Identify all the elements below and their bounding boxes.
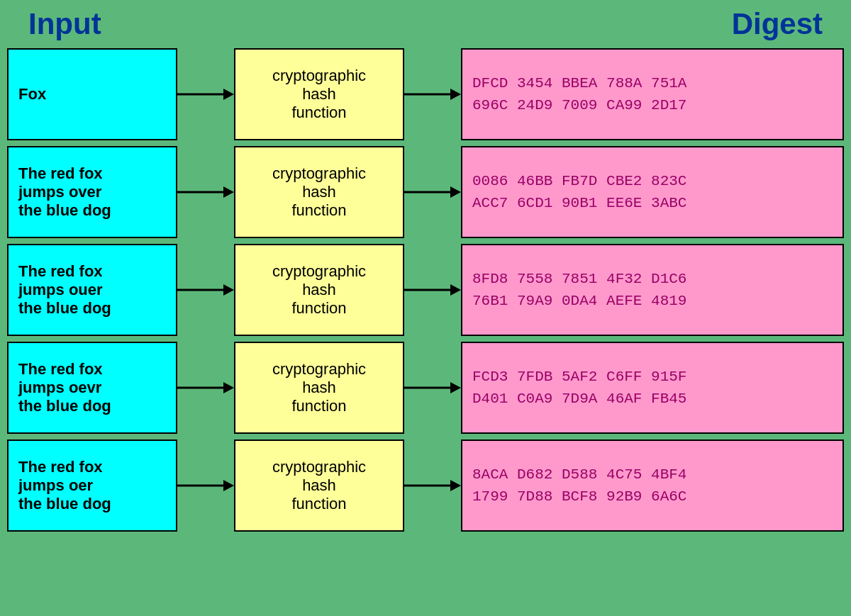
input-box-2: The red fox jumps over the blue dog: [7, 146, 177, 238]
input-header: Input: [28, 7, 101, 41]
input-box-3: The red fox jumps ouer the blue dog: [7, 244, 177, 336]
input-box-1: Fox: [7, 48, 177, 140]
diagram-row-2: The red fox jumps over the blue dog cryp…: [7, 146, 844, 238]
digest-box-2: 0086 46BB FB7D CBE2 823CACC7 6CD1 90B1 E…: [461, 146, 844, 238]
digest-box-4: FCD3 7FDB 5AF2 C6FF 915FD401 C0A9 7D9A 4…: [461, 342, 844, 434]
digest-box-3: 8FD8 7558 7851 4F32 D1C676B1 79A9 0DA4 A…: [461, 244, 844, 336]
digest-header: Digest: [732, 7, 823, 41]
input-box-5: The red fox jumps oer the blue dog: [7, 439, 177, 532]
input-box-4: The red fox jumps oevr the blue dog: [7, 342, 177, 434]
hash-box-3: cryptographic hash function: [234, 244, 404, 336]
svg-marker-9: [223, 284, 234, 296]
arrow-hash-digest-2: [404, 181, 461, 203]
hash-box-2: cryptographic hash function: [234, 146, 404, 238]
arrow-input-hash-2: [177, 181, 234, 203]
svg-marker-11: [450, 284, 461, 296]
svg-marker-1: [223, 89, 234, 100]
arrow-hash-digest-5: [404, 475, 461, 496]
diagram-row-4: The red fox jumps oevr the blue dog cryp…: [7, 342, 844, 434]
svg-marker-13: [223, 382, 234, 393]
svg-marker-17: [223, 480, 234, 491]
svg-marker-19: [450, 480, 461, 491]
svg-marker-15: [450, 382, 461, 393]
arrow-hash-digest-3: [404, 279, 461, 301]
arrow-hash-digest-1: [404, 84, 461, 105]
arrow-input-hash-5: [177, 475, 234, 496]
hash-box-1: cryptographic hash function: [234, 48, 404, 140]
diagram-row-5: The red fox jumps oer the blue dog crypt…: [7, 439, 844, 532]
hash-box-5: cryptographic hash function: [234, 439, 404, 532]
arrow-hash-digest-4: [404, 377, 461, 398]
svg-marker-7: [450, 186, 461, 198]
arrow-input-hash-3: [177, 279, 234, 301]
arrow-input-hash-4: [177, 377, 234, 398]
diagram-row-3: The red fox jumps ouer the blue dog cryp…: [7, 244, 844, 336]
diagram-rows: Fox cryptographic hash function DFCD 345…: [0, 45, 851, 535]
arrow-input-hash-1: [177, 84, 234, 105]
hash-box-4: cryptographic hash function: [234, 342, 404, 434]
digest-box-1: DFCD 3454 BBEA 788A 751A696C 24D9 7009 C…: [461, 48, 844, 140]
digest-box-5: 8ACA D682 D588 4C75 4BF41799 7D88 BCF8 9…: [461, 439, 844, 532]
diagram-row-1: Fox cryptographic hash function DFCD 345…: [7, 48, 844, 140]
svg-marker-3: [450, 89, 461, 100]
svg-marker-5: [223, 186, 234, 198]
